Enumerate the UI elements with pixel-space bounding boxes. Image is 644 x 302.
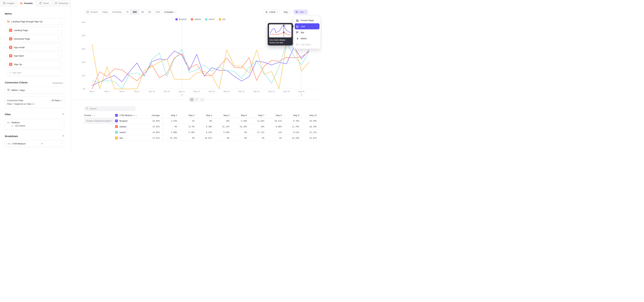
- filter-kebab-icon[interactable]: ⋮: [58, 121, 62, 124]
- tab-flows[interactable]: Flows: [35, 0, 53, 7]
- metric-title: Landing Page through Sign Up: [12, 20, 42, 23]
- metric-card[interactable]: Landing Page through Sign Up ⋮: [5, 18, 64, 25]
- breakdown-kebab-icon[interactable]: ⋮: [58, 142, 62, 145]
- left-panel: InsightsFunnelsFlowsRetention Metric Lan…: [0, 0, 71, 151]
- add-filter-button[interactable]: +: [62, 112, 64, 116]
- filter-value[interactable]: iOS Native: [15, 125, 25, 127]
- split-horizontal-view-icon[interactable]: [189, 98, 194, 102]
- annotation-badge-may-30[interactable]: 1: [300, 93, 303, 96]
- table-bottom-view-icon[interactable]: [200, 98, 204, 102]
- add-breakdown-button[interactable]: +: [62, 134, 64, 138]
- value-cell: 9.76%: [284, 118, 302, 124]
- filter-card-platform[interactable]: Aa Platform ⋮ Is iOS Native: [5, 119, 64, 130]
- menu-item-bar[interactable]: Bar: [295, 29, 320, 36]
- funnel-column-header[interactable]: Funnel1: [84, 113, 115, 118]
- menu-item-funnel-steps[interactable]: Funnel Steps: [295, 17, 320, 23]
- value-cell: 6.25%: [197, 130, 215, 135]
- average-value-cell: 16.03%: [144, 118, 162, 124]
- funnel-step-1[interactable]: 1Landing Page⋮: [7, 27, 62, 34]
- value-cell: 10%: [250, 124, 267, 130]
- value-cell: 22.22%: [302, 130, 319, 135]
- tab-retention[interactable]: Retention: [53, 0, 70, 7]
- tooltip-text: Line charts display trends over time.: [269, 38, 292, 44]
- select-all-checkbox[interactable]: ✓: [115, 114, 118, 117]
- add-step-label: Add Step: [12, 72, 22, 74]
- step-label: App Open: [14, 54, 24, 57]
- breakdown-column-header[interactable]: ✓UTM Medium4: [115, 113, 144, 118]
- svg-text:50%: 50%: [82, 21, 85, 23]
- series-checkbox[interactable]: ✓: [115, 136, 118, 140]
- step-label: Download Page: [14, 38, 30, 40]
- funnel-step-5[interactable]: 5Sign Up⋮: [7, 61, 62, 68]
- filter-segment-dropdown[interactable]: Filter + Segment on Step 1: [7, 103, 35, 105]
- top-paths-icon: [296, 43, 299, 46]
- value-cell: 0%: [267, 135, 284, 141]
- value-cell: 11.76%: [284, 124, 302, 130]
- date-column-header: May 7: [250, 113, 267, 118]
- value-cell: 15.15%: [215, 124, 232, 130]
- svg-text:May 20: May 20: [224, 90, 230, 92]
- series-checkbox[interactable]: ✓: [115, 125, 118, 128]
- annotation-badge-may-14[interactable]: 1: [180, 93, 184, 96]
- series-checkbox[interactable]: ✓: [115, 120, 118, 122]
- table-search-input[interactable]: Search: [84, 106, 136, 111]
- value-cell: 0%: [232, 135, 250, 141]
- breakdown-card-utm-medium[interactable]: ≡ Aa UTM Medium ✕ ⋮: [5, 140, 64, 147]
- breakdown-property-name: UTM Medium: [12, 142, 26, 145]
- value-cell: 19.51%: [267, 118, 284, 124]
- conversion-window-card[interactable]: Within 7 days: [5, 87, 64, 94]
- filter-operator[interactable]: Is: [12, 125, 13, 127]
- svg-text:May 4: May 4: [104, 90, 110, 92]
- svg-text:10%: 10%: [82, 75, 85, 77]
- funnel-name-cell[interactable]: Product Viewed through P...: [84, 118, 115, 124]
- svg-text:May 22: May 22: [239, 90, 245, 92]
- all-steps-dropdown[interactable]: All Steps: [52, 99, 62, 102]
- step-kebab-icon[interactable]: ⋮: [57, 54, 60, 57]
- table-row-name-sidebar: ✓sidebar: [115, 124, 144, 130]
- menu-item-line[interactable]: Line: [295, 23, 320, 29]
- series-checkbox[interactable]: ✓: [115, 131, 118, 134]
- property-type-icon: Aa: [7, 121, 10, 124]
- step-kebab-icon[interactable]: ⋮: [57, 38, 60, 40]
- svg-text:May 30: May 30: [298, 90, 304, 92]
- value-cell: 0%: [250, 135, 267, 141]
- svg-text:20%: 20%: [82, 61, 85, 63]
- step-label: App Install: [14, 46, 24, 49]
- menu-item-metric[interactable]: #Metric: [295, 36, 320, 42]
- date-column-header: May 8: [267, 113, 284, 118]
- chevron-down-icon: [136, 114, 137, 116]
- value-cell: 16.67%: [197, 135, 215, 141]
- flows-icon: [39, 2, 42, 5]
- step-label: Landing Page: [14, 29, 28, 32]
- chart-top-view-icon[interactable]: [194, 98, 200, 102]
- metric-icon: #: [296, 37, 299, 40]
- filter-property-name: Platform: [12, 121, 20, 124]
- tab-insights[interactable]: Insights: [0, 0, 18, 7]
- funnel-step-4[interactable]: 4App Open⋮: [7, 52, 62, 59]
- remove-breakdown-icon[interactable]: ✕: [40, 142, 44, 145]
- tab-funnels[interactable]: Funnels: [18, 0, 35, 7]
- step-number-badge: 1: [9, 29, 12, 32]
- conversion-window-label: Within 7 days: [12, 89, 25, 92]
- step-kebab-icon[interactable]: ⋮: [57, 29, 60, 32]
- chevron-down-icon: [63, 82, 64, 84]
- value-cell: 18.18%: [302, 124, 319, 130]
- metric-kebab-icon[interactable]: ⋮: [58, 20, 62, 23]
- date-column-header: May 6: [232, 113, 250, 118]
- value-cell: 9.38%: [197, 124, 215, 130]
- add-step-button[interactable]: + Add Step: [7, 69, 62, 76]
- advanced-dropdown[interactable]: Advanced: [52, 82, 64, 84]
- value-cell: 5.36%: [232, 118, 250, 124]
- step-kebab-icon[interactable]: ⋮: [57, 63, 60, 66]
- average-column-header: Average: [144, 113, 162, 118]
- menu-item-top-paths: Top Paths: [295, 42, 320, 48]
- svg-text:40%: 40%: [82, 34, 85, 36]
- drag-handle-icon[interactable]: ≡: [6, 143, 7, 144]
- bar-chart-icon: [296, 31, 299, 34]
- funnel-step-3[interactable]: 3App Install⋮: [7, 44, 62, 51]
- average-value-cell: 15.92%: [144, 124, 162, 130]
- value-cell: 0%: [180, 135, 197, 141]
- funnel-step-2[interactable]: 2Download Page⋮: [7, 36, 62, 42]
- step-kebab-icon[interactable]: ⋮: [57, 46, 60, 49]
- chart-type-tooltip: Line charts display trends over time.: [268, 23, 293, 46]
